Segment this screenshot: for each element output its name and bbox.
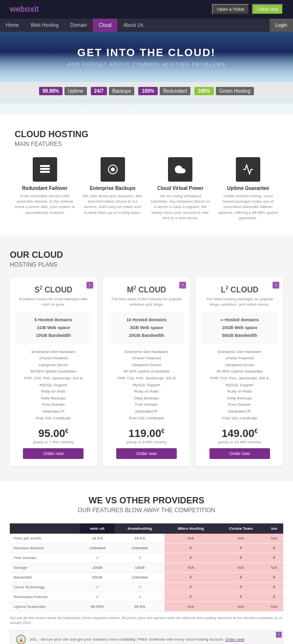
feature-backups-desc: We care about your business, files and i… — [83, 193, 143, 215]
plan-s2-bandwidth: 10GB Bandwidth — [20, 332, 87, 339]
plan-s2-space: 1GB Web space — [20, 324, 87, 332]
plan-s2-badge: i — [86, 282, 93, 289]
plan-l2-order-button[interactable]: Order now — [209, 448, 270, 459]
stat-uptime-value: 99.99% — [39, 87, 63, 95]
ion-uptime: N/A — [265, 602, 283, 612]
mikro-price: N/A — [165, 534, 217, 543]
plan-s2-desc: Excellent choice for small websites with… — [16, 297, 91, 307]
row-label: Domains Allowed — [10, 543, 80, 553]
row-label: Redundant Failover — [10, 592, 80, 602]
plan-m2-domains: 10 Hosted domains — [113, 316, 181, 324]
plan-l2-specs: ∞ Hosted domains 10GB Web space 50GB Ban… — [202, 312, 277, 344]
ssl-order-link[interactable]: Order now! — [225, 637, 245, 642]
features-subtitle: MAIN FEATURES — [15, 141, 278, 147]
features-grid: Redundant Failover Fully redundant serve… — [15, 157, 278, 221]
plan-m2-period: yearly or 9.95€ monthly — [109, 440, 185, 444]
feature-backups: Enterprise Backups We care about your bu… — [83, 157, 143, 221]
feature-uptime: Uptime Guarantee Unlike shared hosting, … — [218, 157, 278, 221]
nav-login[interactable]: Login — [270, 19, 293, 32]
plan-s2-order-button[interactable]: Order now — [23, 448, 84, 459]
stat-redundant-value: 100% — [138, 87, 158, 95]
open-ticket-button[interactable]: Open a Ticket — [212, 4, 249, 15]
plan-s2-price: 95.00€ — [16, 427, 91, 440]
svg-rect-0 — [40, 165, 50, 167]
col-contra: Contra Team — [217, 523, 265, 534]
redundant-icon — [33, 157, 57, 182]
cloud-icon — [168, 157, 192, 182]
weboxit-cloud: ✓ — [80, 582, 115, 592]
contra-uptime: N/A — [217, 602, 265, 612]
mikro-failover: ✗ — [165, 592, 217, 602]
plan-m2-specs: 10 Hosted domains 3GB Web space 20GB Ban… — [109, 312, 185, 344]
contra-storage: N/A — [217, 563, 265, 573]
weboxit-domains: Unlimited — [80, 543, 115, 553]
plan-m2-order-button[interactable]: Order now — [116, 448, 177, 459]
col-anwe: Anwehosting — [115, 523, 165, 534]
feature-redundant-title: Redundant Failover — [15, 186, 75, 191]
ssl-text: SSL - Secure your site and get your busi… — [30, 637, 277, 642]
col-mikro: Mikro Hosting — [165, 523, 217, 534]
table-row: Bandwidth 50GB Unlimited ✗ ✗ ✗ — [10, 573, 283, 582]
col-weboxit: weboxit — [80, 523, 115, 534]
ion-bw: ✗ — [265, 573, 283, 582]
ssl-bar: 🔒 SSL - Secure your site and get your bu… — [10, 630, 283, 644]
contra-failover: ✗ — [217, 592, 265, 602]
ion-storage: N/A — [265, 563, 283, 573]
anwe-bw: Unlimited — [115, 573, 165, 582]
anwe-uptime: 99.9% — [115, 602, 165, 612]
plan-l2-price: 149.00€ — [202, 427, 277, 440]
contra-bw: ✗ — [217, 573, 265, 582]
nav-domain[interactable]: Domain — [64, 19, 93, 32]
svg-point-4 — [111, 167, 115, 171]
anwe-storage: 10GB — [115, 563, 165, 573]
plan-l2-badge: i — [272, 282, 279, 289]
plans-section: OUR CLOUD HOSTING PLANS i S2 CLOUD Excel… — [0, 235, 293, 481]
stat-backups-value: 24/7 — [91, 87, 107, 95]
plan-m2-bandwidth: 20GB Bandwidth — [113, 332, 181, 339]
anwe-price: 33.9 € — [115, 534, 165, 543]
stat-redundant-label: Redundant — [160, 87, 190, 95]
navigation: Home Web Hosting Domain Cloud About Us L… — [0, 19, 293, 32]
col-feature — [10, 523, 80, 534]
plan-s2-period: yearly or 7.95€ monthly — [16, 440, 91, 444]
table-row: Cloud Technology ✓ ✓ ✗ ✗ ✗ — [10, 582, 283, 592]
nav-aboutus[interactable]: About Us — [117, 19, 149, 32]
mikro-storage: N/A — [165, 563, 217, 573]
ssl-icon: 🔒 — [16, 635, 26, 644]
nav-webhosting[interactable]: Web Hosting — [25, 19, 64, 32]
contra-domains: ✗ — [217, 543, 265, 553]
plan-s2-name: S2 CLOUD — [16, 285, 91, 294]
stats-bar: 99.99% Uptime 24/7 Backups 100% Redundan… — [0, 82, 293, 100]
features-section: CLOUD HOSTING MAIN FEATURES Redundant Fa… — [0, 115, 293, 235]
stat-backups-label: Backups — [109, 87, 134, 95]
table-row: Free Domain ✓ ✓ ✗ ✗ ✗ — [10, 553, 283, 563]
feature-cloud: Cloud Virtual Power We are using virtual… — [150, 157, 211, 221]
table-row: Storage 10GB 10GB N/A N/A N/A — [10, 563, 283, 573]
feature-uptime-title: Uptime Guarantee — [218, 186, 278, 191]
plan-l2-space: 10GB Web space — [206, 324, 273, 332]
stat-backups: 24/7 Backups — [91, 87, 135, 95]
ssl-description: SSL - Secure your site and get your busi… — [30, 637, 224, 642]
logo: weboxit — [10, 5, 39, 14]
nav-home[interactable]: Home — [0, 19, 25, 32]
features-title: CLOUD HOSTING — [15, 129, 278, 140]
contra-price: N/A — [217, 534, 265, 543]
weboxit-price: 14.9 € — [80, 534, 115, 543]
plan-m2-price: 119.00€ — [109, 427, 185, 440]
nav-cloud[interactable]: Cloud — [93, 19, 117, 32]
feature-uptime-desc: Unlike shared hosting, cloud based packa… — [218, 193, 278, 221]
comparison-section: WE VS OTHER PROVIDERS OUR FEATURES BLOW … — [0, 481, 293, 644]
table-row: Domains Allowed Unlimited Unlimited ✗ ✗ … — [10, 543, 283, 553]
stat-green-value: 100% — [194, 87, 214, 95]
plan-s2: i S2 CLOUD Excellent choice for small we… — [10, 278, 97, 466]
mikro-bw: ✗ — [165, 573, 217, 582]
ion-freedomain: ✗ — [265, 553, 283, 563]
plan-m2-badge: i — [179, 282, 186, 289]
anwe-cloud: ✓ — [115, 582, 165, 592]
stat-uptime-label: Uptime — [64, 87, 87, 95]
row-label: Storage — [10, 563, 80, 573]
weboxit-freedomain: ✓ — [80, 553, 115, 563]
uptime-icon — [236, 157, 260, 182]
ion-price: N/A — [265, 534, 283, 543]
client-area-button[interactable]: Client Area — [252, 4, 283, 15]
